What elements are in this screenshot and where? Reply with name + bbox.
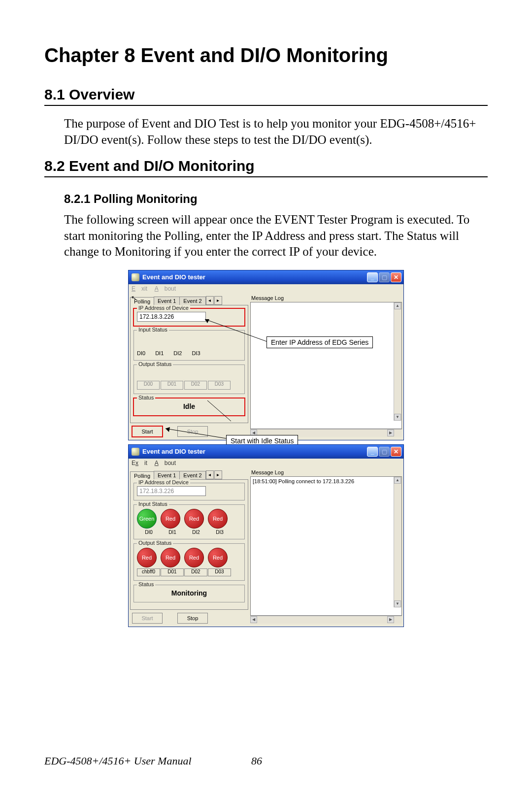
do1-led: Red — [161, 548, 180, 567]
section-8-1-title: 8.1 Overview — [44, 86, 488, 106]
scroll-down-icon[interactable]: ▼ — [394, 414, 401, 421]
ip-legend: IP Address of Device — [137, 479, 190, 485]
group-status: Status Monitoring — [133, 585, 245, 602]
chapter-title: Chapter 8 Event and DI/O Monitoring — [44, 44, 488, 66]
message-log[interactable]: [18:51:00] Polling connect to 172.18.3.2… — [250, 476, 402, 616]
di0-label: DI0 — [137, 530, 161, 535]
tab-scroll-right-icon[interactable]: ▸ — [214, 296, 222, 305]
app-icon — [132, 273, 139, 281]
do0-button[interactable]: chbff0 — [137, 568, 160, 576]
di2-label: DI2 — [173, 350, 182, 356]
menubar: Exit About — [129, 284, 403, 293]
window-monitoring: Event and DIO tester _ ▢ ✕ Exit About Po… — [128, 444, 404, 627]
arrow-status-icon — [207, 400, 237, 425]
horizontal-scrollbar[interactable]: ◀ ▶ — [250, 616, 402, 624]
do2-button[interactable]: D02 — [184, 568, 207, 576]
scroll-up-icon[interactable]: ▲ — [394, 302, 401, 309]
di1-label: DI1 — [161, 530, 184, 535]
arrow-start-icon — [163, 426, 232, 441]
do2-led: Red — [184, 548, 204, 567]
menubar: Exit About — [129, 459, 403, 467]
message-log[interactable]: ▲ ▼ — [250, 302, 402, 429]
section-8-1-body: The purpose of Event and DIO Test is to … — [64, 116, 488, 148]
di0-label: DI0 — [137, 350, 145, 356]
do1-button[interactable]: D01 — [161, 381, 183, 390]
di3-label: DI3 — [192, 350, 200, 356]
di3-led: Red — [208, 509, 228, 529]
close-button[interactable]: ✕ — [391, 447, 401, 457]
di1-led: Red — [161, 509, 180, 529]
minimize-button[interactable]: _ — [367, 272, 378, 282]
start-button[interactable]: Start↖ — [132, 426, 163, 437]
vertical-scrollbar[interactable]: ▲ ▼ — [394, 477, 401, 607]
window-idle: Event and DIO tester _ ▢ ✕ Exit About Po… — [128, 270, 404, 440]
tab-event1[interactable]: Event 1 — [154, 297, 180, 305]
subsection-8-2-1-title: 8.2.1 Polling Monitoring — [64, 192, 488, 206]
scroll-up-icon[interactable]: ▲ — [394, 477, 401, 484]
message-log-label: Message Log — [250, 294, 402, 302]
menu-about[interactable]: About — [155, 460, 176, 466]
menu-about[interactable]: About — [155, 285, 176, 292]
svg-marker-1 — [205, 319, 209, 323]
window-title: Event and DIO tester — [142, 273, 205, 281]
do2-button[interactable]: D02 — [184, 381, 207, 390]
input-status-legend: Input Status — [137, 501, 169, 507]
group-ip-address: IP Address of Device 172.18.3.226 — [133, 483, 245, 500]
page-number: 86 — [251, 755, 262, 767]
tab-event2[interactable]: Event 2 — [179, 297, 205, 305]
app-icon — [132, 448, 139, 456]
do1-button[interactable]: D01 — [161, 568, 184, 576]
stop-button[interactable]: Stop — [177, 613, 208, 624]
di2-led: Red — [184, 509, 204, 529]
svg-marker-3 — [166, 427, 170, 432]
status-legend: Status — [137, 581, 155, 587]
tab-event2[interactable]: Event 2 — [179, 471, 205, 479]
log-line: [18:51:00] Polling connect to 172.18.3.2… — [253, 478, 354, 484]
callout-ip: Enter IP Address of EDG Series — [266, 336, 373, 348]
minimize-button[interactable]: _ — [367, 447, 378, 457]
di2-label: DI2 — [184, 530, 208, 535]
scroll-right-icon[interactable]: ▶ — [387, 430, 394, 436]
output-status-legend: Output Status — [137, 540, 173, 546]
tab-scroll-left-icon[interactable]: ◂ — [206, 296, 214, 305]
maximize-button: ▢ — [379, 272, 390, 282]
footer-manual-title: EDG-4508+/4516+ User Manual — [44, 755, 192, 767]
arrow-ip-icon — [202, 317, 271, 346]
window-title: Event and DIO tester — [142, 448, 205, 455]
status-legend: Status — [137, 395, 155, 400]
group-output-status: Output Status D00 D01 D02 D03 — [133, 365, 245, 394]
menu-exit[interactable]: Exit — [132, 285, 147, 292]
menu-exit[interactable]: Exit — [132, 460, 147, 466]
titlebar[interactable]: Event and DIO tester _ ▢ ✕ — [129, 445, 403, 459]
group-input-status: Input Status Green Red Red Red DI0 DI1 D… — [133, 504, 245, 539]
tab-polling[interactable]: Polling — [130, 471, 154, 480]
titlebar[interactable]: Event and DIO tester _ ▢ ✕ — [129, 270, 403, 284]
di1-label: DI1 — [155, 350, 164, 356]
svg-line-2 — [166, 429, 226, 438]
ip-input[interactable]: 172.18.3.226 — [137, 312, 206, 322]
input-status-legend: Input Status — [137, 327, 169, 332]
tab-scroll-left-icon[interactable]: ◂ — [206, 470, 214, 479]
tab-event1[interactable]: Event 1 — [154, 471, 180, 479]
group-output-status: Output Status Red Red Red Red chbff0 D01… — [133, 543, 245, 581]
do0-button[interactable]: D00 — [137, 381, 160, 390]
do3-button[interactable]: D03 — [208, 381, 231, 390]
scroll-right-icon[interactable]: ▶ — [387, 616, 394, 623]
subsection-8-2-1-body: The following screen will appear once th… — [64, 212, 488, 260]
vertical-scrollbar[interactable]: ▲ ▼ — [394, 302, 401, 421]
scroll-down-icon[interactable]: ▼ — [394, 600, 401, 607]
section-8-2-title: 8.2 Event and DI/O Monitoring — [44, 158, 488, 177]
svg-line-0 — [205, 319, 266, 341]
di0-led: Green — [137, 509, 157, 529]
do0-led: Red — [137, 548, 157, 567]
close-button[interactable]: ✕ — [391, 272, 401, 282]
ip-input: 172.18.3.226 — [137, 486, 206, 496]
maximize-button: ▢ — [379, 447, 390, 457]
do3-button[interactable]: D03 — [208, 568, 231, 576]
scroll-left-icon[interactable]: ◀ — [250, 616, 257, 623]
di3-label: DI3 — [208, 530, 232, 535]
start-button: Start — [132, 613, 163, 624]
output-status-legend: Output Status — [137, 361, 173, 367]
svg-line-4 — [207, 400, 231, 421]
tab-scroll-right-icon[interactable]: ▸ — [214, 470, 222, 479]
